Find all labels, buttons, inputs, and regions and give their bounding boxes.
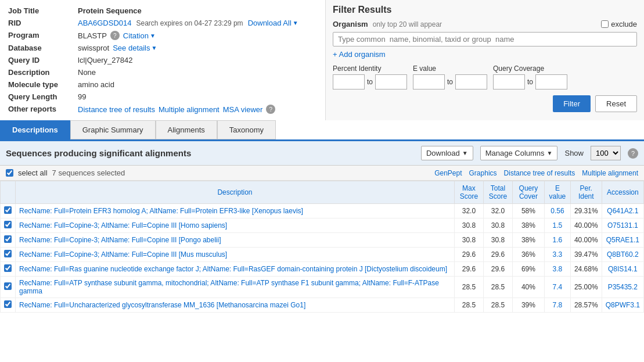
row-per-ident: 40.00% [570,218,602,233]
e-value-min[interactable] [413,74,445,89]
row-checkbox-cell[interactable] [1,204,16,218]
col-max-score[interactable]: Max Score [454,181,483,204]
query-length-value: 99 [75,91,319,103]
query-coverage-max[interactable] [535,74,567,89]
description-link[interactable]: RecName: Full=Protein EFR3 homolog A; Al… [19,207,303,215]
e-value-label: E value [413,64,487,73]
row-checkbox[interactable] [4,264,12,272]
row-description: RecName: Full=Uncharacterized glycosyltr… [16,298,455,313]
rid-link[interactable]: ABA6GDSD014 [78,19,132,27]
row-max-score: 28.5 [454,277,483,298]
program-value: BLASTP [78,31,107,40]
tab-graphic-summary[interactable]: Graphic Summary [70,120,156,139]
description-link[interactable]: RecName: Full=Copine-3; AltName: Full=Co… [19,250,227,259]
row-checkbox-cell[interactable] [1,233,16,248]
description-link[interactable]: RecName: Full=Copine-3; AltName: Full=Co… [19,221,227,230]
msa-viewer-link[interactable]: MSA viewer [223,105,263,114]
accession-link[interactable]: O75131.1 [607,221,638,230]
row-checkbox-cell[interactable] [1,298,16,313]
description-link[interactable]: RecName: Full=Copine-3; AltName: Full=Co… [19,236,221,244]
other-reports-label: Other reports [6,103,75,116]
col-e-value[interactable]: E value [544,181,570,204]
select-all-label[interactable]: select all [18,169,48,177]
row-checkbox[interactable] [4,206,12,214]
table-row: RecName: Full=Protein EFR3 homolog A; Al… [1,204,644,218]
organism-input[interactable] [338,35,632,44]
accession-link[interactable]: Q5RAE1.1 [606,236,639,244]
row-checkbox-cell[interactable] [1,277,16,298]
exclude-checkbox[interactable] [601,20,609,28]
row-query-cover: 69% [512,262,544,277]
col-total-score[interactable]: Total Score [483,181,512,204]
distance-tree-results-link[interactable]: Distance tree of results [504,169,575,177]
tab-descriptions[interactable]: Descriptions [0,120,70,139]
results-table: Description Max Score Total Score Query … [0,181,644,313]
citation-button[interactable]: Citation ▼ [123,31,156,40]
row-checkbox-cell[interactable] [1,262,16,277]
to-label-2: to [447,78,453,86]
row-accession: P35435.2 [602,277,643,298]
row-e-value: 7.8 [544,298,570,313]
multiple-alignment-results-link[interactable]: Multiple alignment [582,169,638,177]
manage-columns-button[interactable]: Manage Columns ▼ [480,146,558,160]
tab-taxonomy[interactable]: Taxonomy [217,120,276,139]
graphics-link[interactable]: Graphics [469,169,497,177]
col-description[interactable]: Description [16,181,455,204]
description-label: Description [6,66,75,78]
table-row: RecName: Full=ATP synthase subunit gamma… [1,277,644,298]
description-link[interactable]: RecName: Full=ATP synthase subunit gamma… [19,279,439,295]
accession-link[interactable]: P35435.2 [608,283,638,291]
row-description: RecName: Full=Copine-3; AltName: Full=Co… [16,248,455,262]
distance-tree-link[interactable]: Distance tree of results [78,105,155,114]
tab-alignments[interactable]: Alignments [156,120,217,139]
row-checkbox-cell[interactable] [1,248,16,262]
see-details-button[interactable]: See details ▼ [113,44,157,52]
col-per-ident[interactable]: Per. Ident [570,181,602,204]
help-icon[interactable]: ? [110,31,120,40]
percent-identity-max[interactable] [375,74,407,89]
row-e-value: 0.56 [544,204,570,218]
description-link[interactable]: RecName: Full=Uncharacterized glycosyltr… [19,301,305,309]
query-length-label: Query Length [6,91,75,103]
row-max-score: 30.8 [454,218,483,233]
accession-link[interactable]: Q8BT60.2 [607,250,639,259]
chevron-down-icon: ▼ [293,20,298,26]
show-select[interactable]: 100 50 20 [591,146,621,160]
accession-link[interactable]: Q8IS14.1 [608,265,638,273]
row-checkbox[interactable] [4,282,12,290]
rid-label: RID [6,17,75,29]
row-max-score: 32.0 [454,204,483,218]
add-organism-button[interactable]: + Add organism [333,50,637,59]
help-icon[interactable]: ? [628,148,638,159]
download-dropdown[interactable]: Download ▼ [421,146,473,160]
sequences-title: Sequences producing significant alignmen… [6,148,191,158]
e-value-max[interactable] [455,74,487,89]
row-query-cover: 40% [512,277,544,298]
row-e-value: 7.4 [544,277,570,298]
select-all-checkbox[interactable] [6,169,13,177]
table-row: RecName: Full=Ras guanine nucleotide exc… [1,262,644,277]
genpept-link[interactable]: GenPept [434,169,462,177]
percent-identity-min[interactable] [333,74,365,89]
query-coverage-min[interactable] [493,74,525,89]
description-link[interactable]: RecName: Full=Ras guanine nucleotide exc… [19,265,447,273]
row-per-ident: 29.31% [570,204,602,218]
row-query-cover: 36% [512,248,544,262]
row-checkbox[interactable] [4,300,12,308]
reset-button[interactable]: Reset [595,95,637,112]
row-checkbox-cell[interactable] [1,218,16,233]
col-accession[interactable]: Accession [602,181,643,204]
accession-link[interactable]: Q641A2.1 [607,207,638,215]
col-query-cover[interactable]: Query Cover [512,181,544,204]
row-checkbox[interactable] [4,235,12,243]
tabs-bar: Descriptions Graphic Summary Alignments … [0,120,644,141]
filter-button[interactable]: Filter [553,95,591,112]
accession-link[interactable]: Q8PWF3.1 [606,301,640,309]
multiple-alignment-link[interactable]: Multiple alignment [159,105,220,114]
row-total-score: 32.0 [483,204,512,218]
row-checkbox[interactable] [4,250,12,257]
row-accession: Q8BT60.2 [602,248,643,262]
row-checkbox[interactable] [4,221,12,228]
download-all-button[interactable]: Download All ▼ [248,19,298,27]
help-icon[interactable]: ? [266,105,275,114]
